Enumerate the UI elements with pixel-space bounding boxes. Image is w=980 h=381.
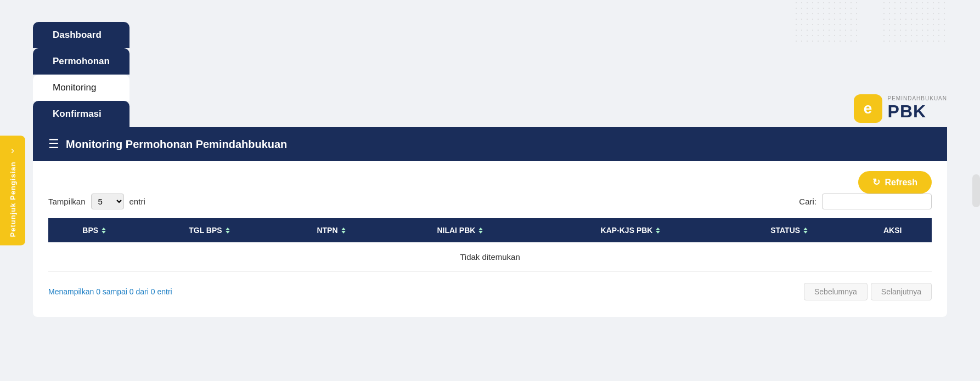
nav-tab-dashboard[interactable]: Dashboard [33, 22, 129, 48]
filter-row: Tampilkan 5 10 25 50 entri Cari: [33, 194, 947, 218]
col-kap-kjs-pbk-label: KAP-KJS PBK [601, 226, 653, 235]
empty-row: Tidak ditemukan [48, 242, 932, 272]
nav-tab-konfirmasi[interactable]: Konfirmasi [33, 101, 129, 127]
col-ntpn[interactable]: NTPN [278, 218, 384, 242]
entri-label: entri [129, 197, 145, 206]
filter-left: Tampilkan 5 10 25 50 entri [48, 194, 145, 209]
sidebar-petunjuk[interactable]: › Petunjuk Pengisian [0, 135, 25, 246]
section-header: ☰ Monitoring Permohonan Pemindahbukuan [33, 127, 947, 161]
col-kap-kjs-pbk[interactable]: KAP-KJS PBK [536, 218, 725, 242]
sidebar-label: Petunjuk Pengisian [9, 161, 17, 237]
empty-message: Tidak ditemukan [48, 242, 932, 272]
col-tgl-bps[interactable]: TGL BPS [140, 218, 278, 242]
table-header: BPS TGL BPS [48, 218, 932, 242]
table-container: BPS TGL BPS [33, 218, 947, 272]
col-nilai-pbk-label: NILAI PBK [437, 226, 475, 235]
section-header-icon: ☰ [48, 137, 59, 151]
refresh-label: Refresh [885, 178, 917, 187]
monitoring-table: BPS TGL BPS [48, 218, 932, 272]
nav-tabs: DashboardPermohonanMonitoringKonfirmasi [33, 22, 132, 127]
top-navigation: DashboardPermohonanMonitoringKonfirmasi … [0, 0, 980, 127]
col-aksi-label: AKSI [883, 226, 902, 235]
filter-right: Cari: [799, 194, 932, 209]
nav-tab-permohonan[interactable]: Permohonan [33, 48, 129, 75]
logo-main-text: PBK [888, 101, 927, 122]
logo-icon: e [854, 94, 882, 123]
logo-text-area: PEMINDAHBUKUAN PBK [888, 95, 947, 122]
refresh-icon: ↻ [872, 177, 880, 188]
col-nilai-pbk[interactable]: NILAI PBK [384, 218, 536, 242]
pagination-buttons: Sebelumnya Selanjutnya [804, 283, 932, 300]
logo-area: e PEMINDAHBUKUAN PBK [854, 94, 947, 127]
search-input[interactable] [822, 194, 932, 209]
sort-icon-ntpn [341, 228, 346, 234]
dot-decoration-1 [793, 0, 859, 44]
refresh-button[interactable]: ↻ Refresh [858, 171, 932, 194]
nav-tab-monitoring[interactable]: Monitoring [33, 75, 129, 101]
pagination-row: Menampilkan 0 sampai 0 dari 0 entri Sebe… [33, 276, 947, 300]
sort-icon-bps [102, 228, 106, 234]
col-status[interactable]: STATUS [725, 218, 854, 242]
table-body: Tidak ditemukan [48, 242, 932, 272]
prev-button[interactable]: Sebelumnya [804, 283, 868, 300]
col-bps[interactable]: BPS [48, 218, 140, 242]
col-tgl-bps-label: TGL BPS [189, 226, 222, 235]
logo-subtitle: PEMINDAHBUKUAN [888, 95, 947, 101]
sort-icon-nilai-pbk [478, 228, 483, 234]
col-aksi: AKSI [853, 218, 932, 242]
col-status-label: STATUS [770, 226, 800, 235]
pagination-info: Menampilkan 0 sampai 0 dari 0 entri [48, 287, 172, 296]
entri-select[interactable]: 5 10 25 50 [91, 194, 124, 209]
tampilkan-label: Tampilkan [48, 197, 86, 206]
scrollbar-hint [972, 174, 980, 207]
cari-label: Cari: [799, 197, 816, 206]
next-button[interactable]: Selanjutnya [871, 283, 932, 300]
sort-icon-tgl-bps [226, 228, 230, 234]
section-header-title: Monitoring Permohonan Pemindahbukuan [66, 138, 287, 151]
sort-icon-status [803, 228, 808, 234]
col-ntpn-label: NTPN [317, 226, 337, 235]
sidebar-arrow-icon: › [11, 144, 14, 156]
col-bps-label: BPS [82, 226, 98, 235]
main-content: ☰ Monitoring Permohonan Pemindahbukuan ↻… [33, 127, 947, 317]
sort-icon-kap-kjs-pbk [656, 228, 660, 234]
dot-decoration-2 [881, 0, 947, 44]
